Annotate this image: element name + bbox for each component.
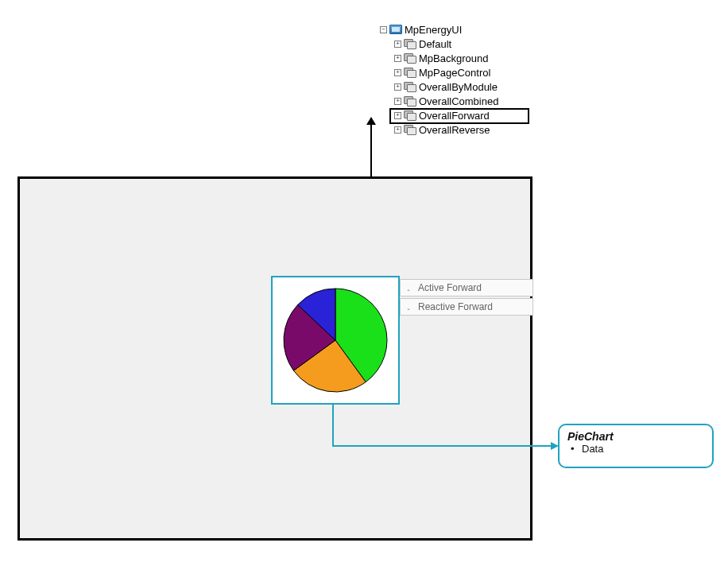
tree-item-label: Default <box>419 38 451 50</box>
legend-dots-icon: .. <box>401 301 415 312</box>
callout-connector-horizontal <box>332 445 552 447</box>
tree-root-label: MpEnergyUI <box>405 24 462 36</box>
tree-item-mpbackground[interactable]: + MpBackground <box>394 51 555 65</box>
tree-item-overallcombined[interactable]: + OverallCombined <box>394 94 555 108</box>
tree-item-label: OverallReverse <box>419 124 490 136</box>
tree-root-node[interactable]: − MpEnergyUI + Default + MpBackgrou <box>380 22 555 137</box>
tree-item-overallforward[interactable]: + OverallForward <box>394 108 555 122</box>
arrow-up <box>370 123 372 177</box>
tree-item-default[interactable]: + Default <box>394 37 555 51</box>
callout-title: PieChart <box>567 430 704 443</box>
folder-icon <box>389 25 402 34</box>
tree-item-label: OverallForward <box>419 110 490 122</box>
expand-icon[interactable]: + <box>394 55 401 62</box>
layers-icon <box>404 96 416 106</box>
expand-icon[interactable]: + <box>394 41 401 48</box>
expand-icon[interactable]: + <box>394 112 401 119</box>
expand-icon[interactable]: + <box>394 83 401 91</box>
layers-icon <box>404 125 416 134</box>
page-preview-panel: .. Active Forward .. Reactive Forward <box>17 176 532 541</box>
layers-icon <box>404 53 416 63</box>
legend-item-active-forward[interactable]: .. Active Forward <box>400 279 533 297</box>
legend-dots-icon: .. <box>401 282 415 293</box>
layers-icon <box>404 68 416 77</box>
expand-icon[interactable]: + <box>394 98 401 105</box>
collapse-icon[interactable]: − <box>380 26 387 33</box>
layers-icon <box>404 110 416 120</box>
tree-item-label: OverallByModule <box>419 81 498 93</box>
tree-item-mppagecontrol[interactable]: + MpPageControl <box>394 65 555 79</box>
pie-chart[interactable] <box>271 276 400 405</box>
layers-icon <box>404 39 416 48</box>
tree-item-overallbymodule[interactable]: + OverallByModule <box>394 79 555 94</box>
legend-label: Reactive Forward <box>415 301 493 312</box>
callout-box: PieChart Data <box>558 424 714 468</box>
legend-item-reactive-forward[interactable]: .. Reactive Forward <box>400 298 533 316</box>
pie-chart-svg <box>280 285 391 396</box>
callout-connector-vertical <box>332 404 334 445</box>
tree-item-label: MpBackground <box>419 52 488 64</box>
tree-item-label: OverallCombined <box>419 95 498 107</box>
layers-icon <box>404 82 416 91</box>
legend-label: Active Forward <box>415 282 482 293</box>
tree-item-label: MpPageControl <box>419 67 490 79</box>
callout-item: Data <box>567 443 704 455</box>
expand-icon[interactable]: + <box>394 126 401 134</box>
tree-item-overallreverse[interactable]: + OverallReverse <box>394 122 555 137</box>
legend: .. Active Forward .. Reactive Forward <box>400 279 533 316</box>
expand-icon[interactable]: + <box>394 69 401 76</box>
tree-view: − MpEnergyUI + Default + MpBackgrou <box>380 22 555 137</box>
